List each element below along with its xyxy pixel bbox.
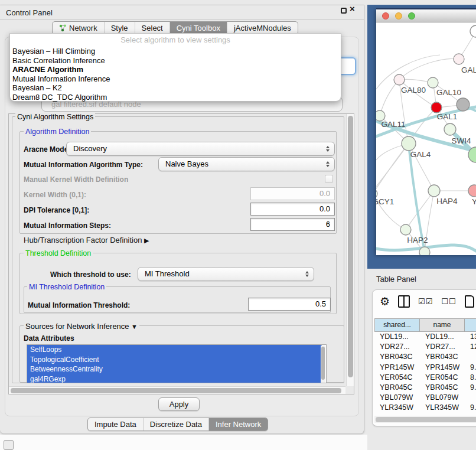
dropdown-item-selected[interactable]: ARACNE Algorithm bbox=[10, 65, 341, 74]
cyni-mode-tabs: Impute Data Discretize Data Infer Networ… bbox=[87, 418, 268, 431]
manual-kernel-label: Manual Kernel Width Definition bbox=[24, 175, 128, 184]
node-label: SWI4 bbox=[451, 136, 471, 145]
which-threshold-combo[interactable]: MI Threshold bbox=[138, 267, 314, 281]
chevron-down-icon: ▼ bbox=[131, 323, 138, 330]
mi-threshold-field[interactable]: 0.5 bbox=[248, 298, 331, 311]
node-partial-bottom[interactable] bbox=[419, 247, 430, 255]
select-columns-icon[interactable]: ☑☑ bbox=[418, 297, 433, 306]
attribute-item-selected[interactable]: BetweennessCentrality bbox=[27, 364, 322, 374]
horizontal-scrollbar-thumb[interactable] bbox=[11, 388, 341, 393]
kernel-width-label: Kernel Width (0,1): bbox=[24, 191, 86, 199]
document-icon[interactable] bbox=[465, 295, 474, 308]
dropdown-item[interactable]: Basic Correlation Inference bbox=[10, 56, 341, 66]
algorithm-dropdown-popup: Select algorithm to view settings Bayesi… bbox=[9, 33, 341, 102]
tab-cyni-toolbox[interactable]: Cyni Toolbox bbox=[169, 22, 227, 34]
table-header: shared... name A bbox=[374, 318, 476, 332]
attribute-item-selected[interactable]: gal4RGexp bbox=[27, 374, 322, 384]
column-header[interactable]: name bbox=[420, 318, 465, 332]
dropdown-item[interactable]: Mutual Information Inference bbox=[10, 74, 341, 84]
mi-steps-label: Mutual Information Steps: bbox=[24, 221, 111, 230]
node-label: GAL4 bbox=[410, 150, 431, 159]
tab-network[interactable]: Network bbox=[53, 22, 104, 34]
window-close-icon[interactable] bbox=[382, 12, 389, 19]
table-row[interactable]: YIL052CYIL052C9 bbox=[374, 413, 476, 416]
combo-arrows-icon bbox=[326, 161, 330, 167]
aracne-mode-combo[interactable]: Discovery bbox=[66, 142, 335, 156]
column-header[interactable]: A bbox=[465, 318, 476, 332]
network-canvas[interactable]: GAL GAL80 GAL10 GAL1 GAL11 SWI4 GAL4 GCY… bbox=[376, 23, 476, 255]
panel-grip-icon[interactable] bbox=[4, 440, 14, 450]
network-view-window: GAL GAL80 GAL10 GAL1 GAL11 SWI4 GAL4 GCY… bbox=[376, 8, 476, 255]
tab-infer-network[interactable]: Infer Network bbox=[208, 418, 268, 431]
vertical-scrollbar[interactable] bbox=[346, 114, 354, 386]
node-gal10[interactable] bbox=[428, 77, 438, 88]
tab-jactivemnodules[interactable]: jActiveMNodules bbox=[227, 22, 298, 34]
network-graph: GAL GAL80 GAL10 GAL1 GAL11 SWI4 GAL4 GCY… bbox=[376, 23, 476, 255]
tab-discretize-data[interactable]: Discretize Data bbox=[143, 418, 208, 431]
column-header[interactable]: shared... bbox=[374, 318, 420, 332]
dpi-tolerance-field[interactable]: 0.0 bbox=[250, 203, 335, 216]
table-row[interactable]: YER054CYER054C8. bbox=[374, 373, 476, 383]
dropdown-item[interactable]: Dream8 DC_TDC Algorithm bbox=[10, 93, 341, 102]
tab-select[interactable]: Select bbox=[135, 22, 169, 34]
deselect-columns-icon[interactable]: ☐☐ bbox=[441, 297, 456, 306]
table-row[interactable]: YDR27...YDR27...12 bbox=[374, 342, 476, 352]
node-gal-cut[interactable] bbox=[454, 54, 464, 64]
node-partial-top[interactable] bbox=[470, 25, 476, 37]
hub-definition-toggle[interactable]: Hub/Transcription Factor Definition ▶ bbox=[24, 236, 149, 244]
list-scrollbar[interactable] bbox=[321, 345, 325, 383]
combo-arrows-icon bbox=[326, 146, 330, 152]
data-attributes-list: SelfLoops TopologicalCoefficient Between… bbox=[27, 344, 327, 383]
node-hap2[interactable] bbox=[400, 224, 411, 235]
node-label: GAL80 bbox=[401, 86, 426, 94]
table-horizontal-scrollbar[interactable] bbox=[374, 416, 476, 423]
node-gal80[interactable] bbox=[394, 74, 405, 85]
table-row[interactable]: YBR045CYBR045C9. bbox=[374, 383, 476, 393]
node-hap4[interactable] bbox=[428, 185, 440, 197]
float-panel-icon[interactable] bbox=[341, 8, 347, 14]
sources-title[interactable]: Sources for Network Inference ▼ bbox=[24, 322, 139, 331]
gear-icon[interactable]: ⚙ bbox=[380, 295, 390, 308]
columns-icon[interactable] bbox=[398, 295, 410, 308]
apply-button[interactable]: Apply bbox=[158, 397, 200, 411]
table-row[interactable]: YLR345WYLR345W9. bbox=[374, 403, 476, 413]
kernel-width-field[interactable]: 0.0 bbox=[250, 187, 335, 200]
dropdown-item[interactable]: Bayesian – Hill Climbing bbox=[10, 47, 341, 56]
aracne-mode-value: Discovery bbox=[67, 142, 334, 155]
node-gal4[interactable] bbox=[402, 136, 416, 151]
table-row[interactable]: YBL079WYBL079W bbox=[374, 393, 476, 403]
attribute-item-selected[interactable]: SelfLoops bbox=[27, 345, 322, 355]
mi-type-combo[interactable]: Naive Bayes bbox=[158, 157, 335, 171]
node-gray[interactable] bbox=[457, 98, 470, 111]
control-panel-title: Control Panel bbox=[6, 8, 53, 17]
node-gal1-red[interactable] bbox=[431, 102, 442, 113]
which-threshold-value: MI Threshold bbox=[138, 268, 314, 281]
node-label: Y bbox=[472, 197, 476, 206]
tab-impute-data[interactable]: Impute Data bbox=[88, 418, 143, 431]
cyni-algorithm-settings-title: Cyni Algorithm Settings bbox=[15, 113, 95, 121]
attribute-item-selected[interactable]: TopologicalCoefficient bbox=[27, 355, 322, 365]
table-panel-card: ⚙ ☑☑ ☐☐ shared... name A YDL19...YDL19..… bbox=[372, 289, 476, 426]
table-row[interactable]: YDL19...YDL19...13 bbox=[374, 332, 476, 342]
node-swi4[interactable] bbox=[444, 123, 456, 135]
node-label: GAL10 bbox=[436, 88, 461, 97]
tab-style[interactable]: Style bbox=[104, 22, 135, 34]
table-panel-section: Table Panel ⚙ ☑☑ ☐☐ shared... name A YDL… bbox=[367, 269, 476, 450]
algorithm-definition-title: Algorithm Definition bbox=[24, 128, 91, 136]
control-panel-titlebar: Control Panel bbox=[0, 5, 364, 20]
mi-steps-field[interactable]: 6 bbox=[250, 218, 335, 231]
vertical-scrollbar-thumb[interactable] bbox=[348, 116, 353, 377]
node-label: GCY1 bbox=[376, 197, 394, 206]
window-zoom-icon[interactable] bbox=[408, 12, 415, 19]
close-icon[interactable]: × bbox=[350, 4, 355, 14]
window-minimize-icon[interactable] bbox=[395, 12, 402, 19]
horizontal-scrollbar[interactable] bbox=[9, 386, 345, 394]
table-row[interactable]: YBR043CYBR043C bbox=[374, 352, 476, 362]
table-scrollbar-thumb[interactable] bbox=[376, 417, 476, 422]
node-salmon-cut[interactable] bbox=[468, 185, 476, 197]
manual-kernel-checkbox[interactable] bbox=[325, 175, 333, 183]
dropdown-item[interactable]: Bayesian – K2 bbox=[10, 83, 341, 93]
network-window-titlebar[interactable] bbox=[376, 9, 476, 22]
table-row[interactable]: YPR145WYPR145W9. bbox=[374, 363, 476, 373]
node-label: HAP2 bbox=[407, 236, 428, 244]
